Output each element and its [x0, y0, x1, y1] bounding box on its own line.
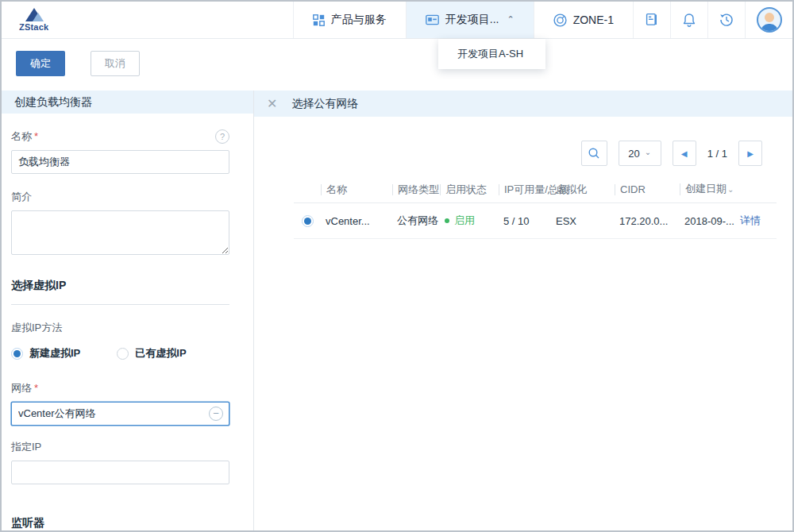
close-icon[interactable]: ✕	[267, 96, 277, 111]
radio-existing-vip-control[interactable]	[117, 348, 129, 360]
notifications-button[interactable]	[670, 2, 707, 38]
page-size-value: 20	[628, 148, 639, 160]
required-marker: *	[34, 130, 38, 142]
nav-products-label: 产品与服务	[331, 13, 387, 27]
col-virtualization: 虚拟化	[551, 184, 615, 195]
description-label: 简介	[11, 190, 229, 204]
select-public-network-panel: ✕ 选择公有网络 20 ⌄ ◀ 1 / 1	[254, 91, 792, 530]
col-date[interactable]: 创建日期⌄	[680, 183, 735, 195]
cell-state: 启用	[440, 214, 499, 228]
nav-item-products[interactable]: 产品与服务	[293, 2, 406, 38]
cell-type: 公有网络	[392, 214, 440, 228]
vip-method-label: 虚拟IP方法	[11, 321, 229, 335]
navbar-right: 产品与服务 开发项目... ⌃	[293, 2, 792, 38]
table-header-row: 名称 网络类型 启用状态 IP可用量/总额 虚拟化 CIDR 创建日期⌄	[294, 183, 777, 203]
grid-icon	[313, 14, 325, 26]
left-panel-body: 名称* ? 简介 选择虚拟IP 虚拟IP方法 新建虚拟IP 已有虚	[2, 114, 253, 530]
search-button[interactable]	[581, 141, 607, 166]
radio-new-vip-control[interactable]	[11, 348, 23, 360]
description-textarea[interactable]	[11, 210, 229, 255]
network-input[interactable]	[11, 402, 229, 426]
documents-button[interactable]	[633, 2, 670, 38]
vip-section-title: 选择虚拟IP	[11, 279, 229, 305]
page-indicator: 1 / 1	[707, 148, 727, 160]
cell-ip: 5 / 10	[499, 215, 551, 227]
project-folder-icon	[426, 14, 439, 25]
nav-item-zone[interactable]: ZONE-1	[534, 2, 633, 38]
public-network-table: 名称 网络类型 启用状态 IP可用量/总额 虚拟化 CIDR 创建日期⌄ vCe…	[294, 183, 777, 239]
zone-icon	[553, 13, 567, 27]
table-row[interactable]: vCenter... 公有网络 启用 5 / 10 ESX 172.20.0..…	[294, 203, 777, 239]
row-radio-cell[interactable]	[294, 215, 321, 227]
prev-page-button[interactable]: ◀	[673, 141, 696, 166]
vip-method-radios: 新建虚拟IP 已有虚拟IP	[11, 346, 229, 360]
col-type: 网络类型	[392, 184, 440, 195]
search-icon	[588, 147, 600, 160]
radio-existing-vip[interactable]: 已有虚拟IP	[117, 346, 186, 360]
left-panel-title: 创建负载均衡器	[14, 95, 92, 110]
col-cidr: CIDR	[615, 184, 680, 195]
state-text: 启用	[454, 214, 475, 228]
help-icon[interactable]: ?	[215, 129, 229, 144]
chevron-up-icon: ⌃	[507, 14, 514, 25]
zstack-logo-icon	[25, 8, 43, 21]
sort-icon: ⌄	[727, 185, 734, 194]
zstack-logo[interactable]: ZStack	[19, 8, 48, 32]
document-icon	[645, 13, 659, 27]
table-toolbar: 20 ⌄ ◀ 1 / 1 ▶	[254, 141, 762, 166]
cell-name: vCenter...	[321, 215, 392, 227]
network-label: 网络*	[11, 381, 229, 395]
top-navbar: ZStack 产品与服务	[2, 2, 792, 39]
col-ip: IP可用量/总额	[499, 184, 551, 195]
col-name: 名称	[321, 184, 392, 195]
cancel-button[interactable]: 取消	[91, 51, 140, 76]
radio-new-vip[interactable]: 新建虚拟IP	[11, 346, 80, 360]
row-radio[interactable]	[302, 215, 314, 227]
name-label: 名称*	[11, 129, 38, 144]
bell-icon	[682, 13, 696, 28]
main-area: 创建负载均衡器 名称* ? 简介 选择虚拟IP 虚拟IP方法 新建	[2, 91, 792, 530]
project-dropdown-item[interactable]: 开发项目A-SH	[438, 39, 545, 69]
network-input-wrap: −	[11, 402, 229, 426]
create-loadbalancer-panel: 创建负载均衡器 名称* ? 简介 选择虚拟IP 虚拟IP方法 新建	[2, 91, 254, 530]
cell-cidr: 172.20.0...	[615, 215, 680, 227]
listener-section-title: 监听器	[11, 516, 229, 530]
state-dot	[445, 218, 449, 223]
required-marker: *	[34, 382, 38, 394]
nav-item-project[interactable]: 开发项目... ⌃	[406, 2, 534, 38]
radio-new-vip-label: 新建虚拟IP	[29, 346, 80, 360]
col-state: 启用状态	[440, 184, 499, 195]
specify-ip-label: 指定IP	[11, 440, 229, 454]
cell-virtualization: ESX	[551, 215, 615, 227]
radio-existing-vip-label: 已有虚拟IP	[135, 346, 186, 360]
name-input[interactable]	[11, 150, 229, 174]
right-panel-title: 选择公有网络	[291, 97, 358, 111]
avatar	[757, 7, 782, 33]
nav-zone-label: ZONE-1	[573, 13, 614, 26]
brand-name: ZStack	[19, 22, 48, 32]
avatar-body	[761, 24, 778, 33]
history-button[interactable]	[707, 2, 745, 38]
remove-network-icon[interactable]: −	[209, 407, 223, 421]
next-page-button[interactable]: ▶	[738, 141, 762, 166]
left-panel-header: 创建负载均衡器	[2, 91, 253, 114]
project-dropdown: 开发项目A-SH	[438, 39, 545, 69]
history-clock-icon	[719, 13, 734, 27]
details-link[interactable]: 详情	[735, 214, 777, 228]
app-window: ZStack 产品与服务	[0, 0, 794, 532]
confirm-button[interactable]: 确定	[16, 51, 65, 76]
specify-ip-input[interactable]	[11, 461, 229, 484]
right-panel-header: ✕ 选择公有网络	[254, 91, 792, 117]
nav-project-label: 开发项目...	[445, 13, 499, 27]
form-actions: 确定 取消	[16, 51, 140, 76]
avatar-head	[765, 13, 774, 22]
chevron-down-icon: ⌄	[645, 148, 651, 156]
cell-date: 2018-09-...	[680, 215, 735, 227]
page-size-select[interactable]: 20 ⌄	[619, 141, 661, 166]
user-menu-button[interactable]	[745, 2, 792, 38]
